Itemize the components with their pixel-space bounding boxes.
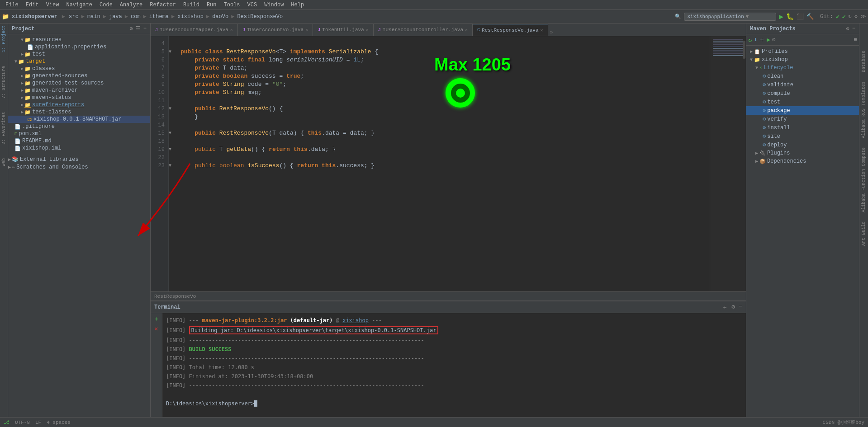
tab-overflow-icon[interactable]: » — [550, 29, 553, 36]
terminal-add-icon[interactable]: ＋ — [722, 303, 728, 311]
maven-plugins[interactable]: ▶ 🔌 Plugins — [746, 149, 859, 157]
maven-compile[interactable]: ⚙ compile — [746, 89, 859, 98]
menu-help[interactable]: Help — [287, 1, 308, 9]
maven-install[interactable]: ⚙ install — [746, 123, 859, 132]
tree-classes[interactable]: ▶ 📁 classes — [8, 65, 150, 72]
bc-java[interactable]: java — [109, 14, 122, 20]
maven-download-icon[interactable]: ⬇ — [754, 36, 757, 43]
maven-site[interactable]: ⚙ site — [746, 132, 859, 141]
fold-arrow-19[interactable]: ▼ — [169, 145, 175, 154]
menu-window[interactable]: Window — [261, 1, 287, 9]
terminal-content[interactable]: [INFO] --- maven-jar-plugin:3.2.2:jar (d… — [162, 313, 746, 427]
menu-build[interactable]: Build — [180, 1, 203, 9]
maven-deploy[interactable]: ⚙ deploy — [746, 141, 859, 149]
tree-scratches[interactable]: ▶ ✏ Scratches and Consoles — [8, 163, 150, 171]
tree-surefire-reports[interactable]: ▶ 📁 surefire-reports — [8, 101, 150, 108]
alibaba-ros-panel-icon[interactable]: Alibaba ROS Templates — [861, 81, 866, 138]
tab-4-close[interactable]: ✕ — [465, 27, 468, 33]
run-config-selector[interactable]: XixishopApplication ▼ — [684, 13, 776, 21]
database-panel-icon[interactable]: Database — [861, 51, 866, 72]
tree-iml[interactable]: 📄 xixishop.iml — [8, 145, 150, 152]
tree-application-properties[interactable]: 📄 application.properties — [8, 43, 150, 51]
maven-run-icon[interactable]: ▶ — [767, 36, 770, 43]
terminal-minimize-icon[interactable]: − — [739, 303, 742, 311]
tab-3-close[interactable]: ✕ — [366, 27, 369, 33]
menu-run[interactable]: Run — [203, 1, 220, 9]
maven-validate[interactable]: ⚙ validate — [746, 80, 859, 89]
tree-generated-sources[interactable]: ▶ 📁 generated-sources — [8, 72, 150, 80]
fold-arrow-12[interactable]: ▼ — [169, 105, 175, 113]
art-build-panel-icon[interactable]: Art Build — [861, 221, 866, 246]
tree-resources[interactable]: ▼ 📁 resources — [8, 36, 150, 43]
git-sync-icon[interactable]: ↻ — [849, 13, 852, 20]
maven-minimize-icon[interactable]: − — [852, 25, 855, 32]
terminal-add-tab-icon[interactable]: ＋ — [153, 315, 160, 323]
bc-src[interactable]: src — [69, 14, 79, 20]
tab-2-close[interactable]: ✕ — [305, 27, 308, 33]
web-tab-icon[interactable]: Web — [1, 158, 6, 166]
project-settings-icon[interactable]: ⚙ — [130, 25, 133, 32]
fold-arrow-15[interactable]: ▼ — [169, 129, 175, 137]
menu-file[interactable]: File — [2, 1, 22, 9]
bc-daovo[interactable]: daoVo — [212, 14, 228, 20]
maven-package[interactable]: ⚙ package — [746, 106, 859, 115]
maven-skip-test-icon[interactable]: ⊘ — [772, 36, 776, 43]
stop-button[interactable]: ⬛ — [797, 13, 804, 20]
menu-analyze[interactable]: Analyze — [116, 1, 146, 9]
project-close-icon[interactable]: − — [143, 25, 147, 32]
tree-readme[interactable]: 📄 README.md — [8, 137, 150, 145]
bc-ithema[interactable]: ithema — [149, 14, 169, 20]
bc-xixishop[interactable]: xixishop — [177, 14, 204, 20]
terminal-close-tab-icon[interactable]: ✕ — [154, 325, 158, 333]
menu-refactor[interactable]: Refactor — [146, 1, 180, 9]
tree-gitignore[interactable]: 📄 .gitignore — [8, 123, 150, 130]
git-checkmark1-icon[interactable]: ✔ — [836, 13, 840, 20]
settings-icon[interactable]: ⚙ — [854, 13, 858, 20]
search-icon[interactable]: 🔍 — [675, 14, 681, 19]
tab-1-close[interactable]: ✕ — [230, 27, 233, 33]
menu-view[interactable]: View — [43, 1, 63, 9]
structure-tab-icon[interactable]: 7: Structure — [1, 66, 6, 99]
tab-tuseraccount-vo[interactable]: J TUserAccountVo.java ✕ — [238, 24, 313, 36]
tree-test-classes[interactable]: ▶ 📁 test-classes — [8, 108, 150, 116]
maven-clean[interactable]: ⚙ clean — [746, 72, 859, 80]
tree-test[interactable]: ▶ 📁 test — [8, 51, 150, 58]
maven-profiles[interactable]: ▶ 📋 Profiles — [746, 47, 859, 56]
alibaba-func-panel-icon[interactable]: Alibaba Function Compute — [861, 147, 866, 212]
debug-button[interactable]: 🐛 — [786, 13, 794, 20]
fold-arrow-5[interactable]: ▼ — [169, 48, 175, 56]
tab-5-close[interactable]: ✕ — [541, 28, 543, 33]
maven-verify[interactable]: ⚙ verify — [746, 115, 859, 123]
tab-tokenutil[interactable]: J TokenUtil.java ✕ — [313, 24, 373, 36]
favorites-tab-icon[interactable]: 2: Favorites — [1, 112, 6, 145]
git-checkmark2-icon[interactable]: ✔ — [842, 13, 846, 20]
toolbar-more-icon[interactable]: ≫ — [860, 13, 866, 20]
project-name[interactable]: xixishopserver — [12, 14, 57, 20]
fold-arrow-23[interactable]: ▼ — [169, 162, 175, 170]
maven-refresh-icon[interactable]: ↻ — [748, 36, 752, 44]
bc-com[interactable]: com — [131, 14, 141, 20]
maven-settings-icon[interactable]: ⚙ — [846, 25, 849, 32]
build-button[interactable]: 🔨 — [806, 13, 814, 20]
menu-navigate[interactable]: Navigate — [62, 1, 96, 9]
tree-generated-test-sources[interactable]: ▶ 📁 generated-test-sources — [8, 80, 150, 87]
maven-test[interactable]: ⚙ test — [746, 98, 859, 106]
tab-tusermapperfile[interactable]: J TUserAccountMapper.java ✕ — [151, 24, 238, 36]
project-tab-icon[interactable]: 1: Project — [1, 25, 6, 52]
run-button[interactable]: ▶ — [779, 12, 783, 21]
menu-vcs[interactable]: VCS — [244, 1, 261, 9]
project-layout-icon[interactable]: ☰ — [136, 25, 141, 32]
tree-target[interactable]: ▼ 📁 target — [8, 58, 150, 65]
code-content[interactable]: public class RestResponseVo<T> implement… — [175, 36, 710, 291]
maven-dependencies[interactable]: ▶ 📦 Dependencies — [746, 157, 859, 165]
maven-add-icon[interactable]: ＋ — [759, 36, 765, 44]
maven-lifecycle[interactable]: ▼ ⚡ Lifecycle — [746, 64, 859, 72]
tree-maven-archiver[interactable]: ▶ 📁 maven-archiver — [8, 87, 150, 94]
menu-code[interactable]: Code — [96, 1, 116, 9]
tree-maven-status[interactable]: ▶ 📁 maven-status — [8, 94, 150, 101]
maven-collapse-icon[interactable]: ≡ — [854, 37, 857, 43]
tab-restresponsevo[interactable]: C RestResponseVo.java ✕ — [473, 24, 548, 36]
menu-edit[interactable]: Edit — [22, 1, 43, 9]
bc-main[interactable]: main — [87, 14, 100, 20]
terminal-settings-icon[interactable]: ⚙ — [731, 303, 735, 311]
